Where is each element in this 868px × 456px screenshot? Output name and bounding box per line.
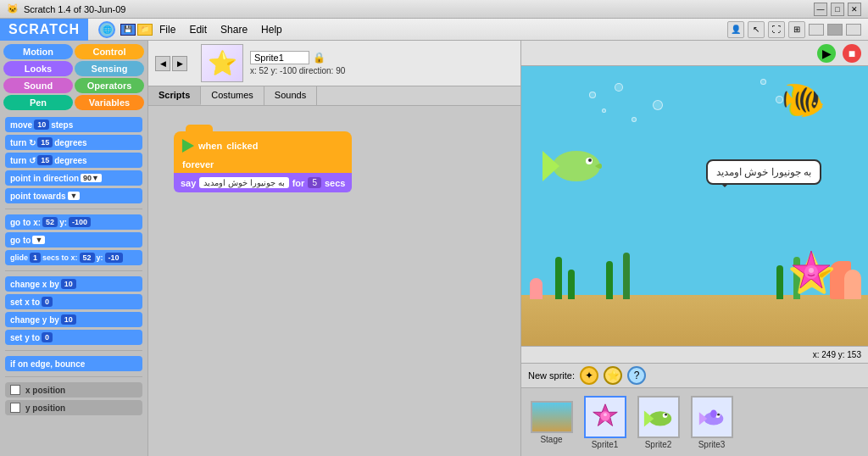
sprite-header: ◀ ▶ ⭐ Sprite1 🔒 x: 52 y: -100 direction:… [148, 41, 520, 86]
block-turn-ccw[interactable]: turn ↺ 15 degrees [5, 153, 142, 168]
menu-file[interactable]: File [153, 19, 182, 41]
stage-item[interactable]: Stage [528, 401, 575, 444]
minimize-button[interactable]: — [814, 3, 827, 16]
cat-sound-button[interactable]: Sound [3, 78, 73, 93]
sprite-name-input[interactable]: Sprite1 [250, 51, 309, 64]
bubble-4 [632, 117, 637, 122]
folder-icon[interactable]: 📁 [137, 24, 153, 36]
block-goto-xy[interactable]: go to x: 52 y: -100 [5, 214, 142, 230]
block-glide[interactable]: glide 1 secs to x: 52 y: -10 [5, 250, 142, 265]
cat-pen-button[interactable]: Pen [3, 95, 73, 110]
block-change-y[interactable]: change y by 10 [5, 312, 142, 327]
blocks-list: move 10 steps turn ↻ 15 degrees turn ↺ 1… [0, 114, 147, 456]
sprite-nav-left[interactable]: ◀ [155, 56, 170, 71]
sprite-nav-right[interactable]: ▶ [172, 56, 187, 71]
block-point-direction[interactable]: point in direction 90▼ [5, 170, 142, 186]
svg-point-15 [717, 413, 720, 415]
speech-text: به جونیورا خوش اومدید [716, 166, 811, 178]
block-point-towards[interactable]: point towards ▼ [5, 188, 142, 203]
save-icon[interactable]: 💾 [120, 24, 136, 36]
hat-label: when [198, 141, 222, 151]
svg-marker-1 [542, 151, 559, 181]
close-button[interactable]: ✕ [848, 3, 861, 16]
block-change-x[interactable]: change x by 10 [5, 276, 142, 292]
cat-variables-button[interactable]: Variables [75, 95, 144, 110]
sprites-list: Stage Sprite1 [521, 388, 868, 456]
bubble-3 [615, 83, 623, 92]
view-btn1[interactable] [809, 24, 824, 36]
svg-point-0 [553, 151, 600, 181]
sprite-coords: x: 52 y: -100 direction: 90 [250, 66, 345, 75]
sprite-item-3[interactable]: Sprite3 [688, 396, 735, 449]
scratch-logo: SCRATCH [0, 19, 88, 41]
purple-fish: 🐠 [782, 79, 826, 120]
secs-value: 5 [308, 177, 321, 188]
sprite-thumb-1 [584, 396, 626, 438]
sprite-label-2: Sprite2 [635, 440, 682, 449]
fullscreen-icon[interactable]: ⛶ [768, 21, 785, 38]
say-block[interactable]: say به جونیورا خوش اومدید for 5 secs [174, 173, 352, 192]
seaweed-3 [606, 261, 613, 299]
titlebar: 🐱 Scratch 1.4 of 30-Jun-09 — □ ✕ [0, 0, 868, 19]
cat-control-button[interactable]: Control [75, 44, 144, 59]
svg-point-7 [604, 413, 607, 416]
coral-3 [530, 278, 542, 299]
menu-edit[interactable]: Edit [182, 19, 214, 41]
right-panel: ▶ ■ 🐠 [521, 41, 868, 456]
cat-operators-button[interactable]: Operators [75, 78, 144, 93]
scripts-area[interactable]: when clicked forever say به جونیورا خوش … [148, 106, 520, 456]
seaweed-2 [568, 270, 575, 299]
svg-point-5 [809, 268, 814, 273]
new-sprite-star-button[interactable]: ⭐ [604, 366, 622, 385]
cat-looks-button[interactable]: Looks [3, 61, 73, 76]
menu-help[interactable]: Help [254, 19, 289, 41]
person-icon[interactable]: 👤 [727, 21, 744, 38]
category-tabs: Motion Control Looks Sensing Sound Opera… [0, 41, 147, 114]
bubble-1 [589, 92, 596, 98]
forever-block[interactable]: forever [174, 156, 352, 173]
new-sprite-folder-button[interactable]: ? [627, 366, 646, 385]
block-y-position[interactable]: y position [5, 400, 142, 415]
svg-point-11 [665, 413, 667, 415]
view-btn2[interactable] [827, 24, 843, 36]
hat-block[interactable]: when clicked [174, 131, 352, 156]
green-fish [542, 142, 610, 186]
block-goto[interactable]: go to ▼ [5, 232, 142, 247]
extra-icon[interactable]: ⊞ [788, 21, 805, 38]
view-btn3[interactable] [846, 24, 861, 36]
cat-motion-button[interactable]: Motion [3, 44, 73, 59]
for-label: for [292, 178, 305, 188]
app-icon: 🐱 [7, 3, 19, 14]
block-x-position[interactable]: x position [5, 382, 142, 398]
tab-sounds[interactable]: Sounds [264, 86, 317, 105]
cursor-icon[interactable]: ↖ [748, 21, 765, 38]
bubble-6 [760, 79, 766, 85]
block-move[interactable]: move 10 steps [5, 117, 142, 132]
sprite-item-2[interactable]: Sprite2 [635, 396, 682, 449]
app-title: Scratch 1.4 of 30-Jun-09 [24, 4, 125, 14]
sprite-item-1[interactable]: Sprite1 [581, 396, 628, 449]
block-set-x[interactable]: set x to 0 [5, 294, 142, 309]
divider3 [5, 350, 142, 351]
globe-icon[interactable]: 🌐 [98, 21, 115, 38]
menu-share[interactable]: Share [214, 19, 254, 41]
maximize-button[interactable]: □ [831, 3, 844, 16]
block-turn-cw[interactable]: turn ↻ 15 degrees [5, 135, 142, 150]
hat-bump [186, 125, 213, 133]
green-flag-button[interactable]: ▶ [817, 44, 836, 63]
window-controls: — □ ✕ [814, 3, 861, 16]
stage-thumb-box [531, 401, 573, 433]
cat-sensing-button[interactable]: Sensing [75, 61, 144, 76]
sprite-thumb-2 [637, 396, 680, 438]
tab-costumes[interactable]: Costumes [201, 86, 264, 105]
block-set-y[interactable]: set y to 0 [5, 330, 142, 345]
menubar: SCRATCH 🌐 💾 📁 File Edit Share Help 👤 ↖ ⛶… [0, 19, 868, 41]
stop-button[interactable]: ■ [843, 44, 861, 63]
block-bounce[interactable]: if on edge, bounce [5, 356, 142, 371]
stage-canvas: 🐠 ✦ ⭐ [521, 66, 868, 346]
new-sprite-label: New sprite: [528, 370, 575, 381]
svg-marker-9 [643, 410, 653, 426]
checkbox-x [10, 385, 20, 395]
new-sprite-paint-button[interactable]: ✦ [580, 366, 598, 385]
tab-scripts[interactable]: Scripts [148, 86, 201, 105]
